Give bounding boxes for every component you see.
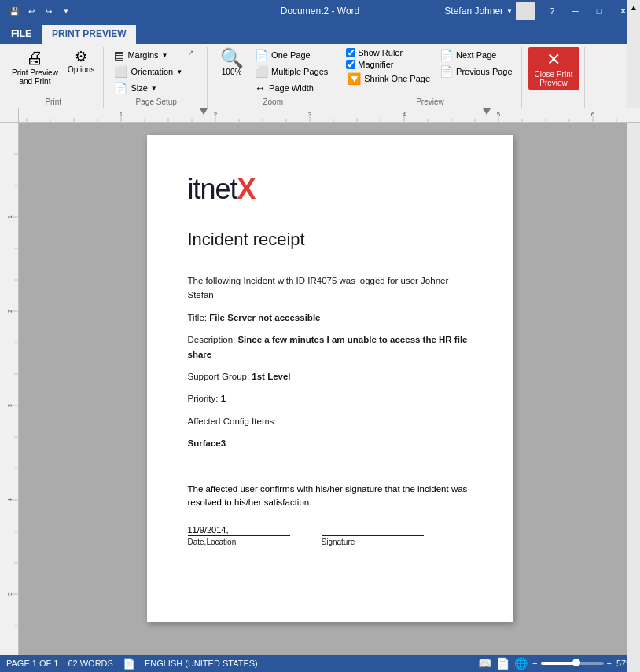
ribbon-group-zoom: 🔍 100% 📄 One Page ⬜ Multiple Pages ↔ Pag… — [209, 47, 337, 108]
svg-text:1: 1 — [7, 215, 13, 218]
magnifier-checkbox[interactable] — [346, 60, 355, 69]
svg-text:3: 3 — [308, 111, 312, 118]
horizontal-ruler: 1 2 3 4 5 6 — [19, 108, 640, 123]
svg-text:5: 5 — [7, 593, 13, 596]
next-page-button[interactable]: 📄 Next Page — [436, 47, 517, 63]
shrink-one-page-button[interactable]: 🔽 Shrink One Page — [344, 71, 434, 86]
pagesetup-expand[interactable]: ↗ — [188, 47, 202, 57]
signature-text: The affected user confirms with his/her … — [188, 483, 472, 510]
status-left: PAGE 1 OF 1 62 WORDS 📄 ENGLISH (UNITED S… — [6, 658, 258, 670]
title-label: Title: — [188, 313, 210, 322]
preview-group-label: Preview — [344, 97, 516, 106]
previous-page-button[interactable]: 📄 Previous Page — [436, 64, 517, 79]
show-ruler-checkbox[interactable] — [346, 48, 355, 57]
zoom-plus-button[interactable]: + — [607, 659, 612, 668]
close-print-preview-button[interactable]: ✕ Close Print Preview — [528, 47, 579, 90]
title-bar-controls: ? ─ □ ✕ — [541, 3, 634, 19]
print-preview-button[interactable]: 🖨 Print Preview and Print — [8, 47, 62, 88]
document-page: itnetX Incident receipt The following In… — [147, 135, 513, 622]
orientation-dropdown-icon: ▼ — [176, 68, 182, 75]
margins-button[interactable]: ▤ Margins ▼ — [110, 47, 186, 63]
priority-value: 1 — [221, 394, 226, 403]
quick-access: 💾 ↩ ↪ ▼ — [6, 3, 74, 19]
zoom-group-content: 🔍 100% 📄 One Page ⬜ Multiple Pages ↔ Pag… — [214, 47, 332, 96]
vertical-ruler: 1 2 3 4 5 — [0, 123, 19, 655]
multiple-pages-icon: ⬜ — [255, 65, 268, 78]
signature-lines: 11/9/2014, Date,Location Signature — [188, 525, 472, 546]
size-button[interactable]: 📄 Size ▼ — [110, 80, 186, 96]
ribbon-group-close: ✕ Close Print Preview Close — [524, 47, 585, 108]
tab-file[interactable]: FILE — [0, 24, 42, 44]
description-label: Description: — [188, 335, 238, 344]
redo-icon[interactable]: ↪ — [41, 3, 57, 19]
user-avatar — [516, 2, 535, 20]
username-label: Stefan Johner — [444, 6, 503, 17]
ribbon-group-print: 🖨 Print Preview and Print ⚙ Options Prin… — [3, 47, 104, 108]
print-group-content: 🖨 Print Preview and Print ⚙ Options — [8, 47, 98, 96]
read-mode-icon[interactable]: 📖 — [478, 657, 491, 670]
magnifier-item[interactable]: Magnifier — [344, 59, 434, 70]
one-page-icon: 📄 — [255, 49, 268, 61]
page-width-button[interactable]: ↔ Page Width — [251, 80, 332, 96]
document-body: The following Incident with ID IR4075 wa… — [188, 274, 472, 451]
logo-x: X — [237, 173, 256, 205]
ruler-h-svg: 1 2 3 4 5 6 — [19, 108, 640, 123]
multiple-pages-button[interactable]: ⬜ Multiple Pages — [251, 64, 332, 79]
status-bar: PAGE 1 OF 1 62 WORDS 📄 ENGLISH (UNITED S… — [0, 655, 640, 672]
title-bar-left: 💾 ↩ ↪ ▼ — [6, 3, 74, 19]
title-bar-right: Stefan Johner ▼ ? ─ □ ✕ — [444, 2, 634, 20]
orientation-button[interactable]: ⬜ Orientation ▼ — [110, 64, 186, 79]
status-right: 📖 📄 🌐 − + 57% — [478, 657, 634, 670]
scroll-area[interactable]: itnetX Incident receipt The following In… — [19, 123, 640, 655]
affected-config-row: Affected Config Items: — [188, 414, 472, 428]
ribbon-collapse-button[interactable]: ▲ — [627, 0, 640, 672]
undo-icon[interactable]: ↩ — [24, 3, 39, 19]
svg-text:4: 4 — [403, 111, 406, 118]
svg-rect-33 — [0, 123, 19, 655]
svg-text:6: 6 — [591, 111, 595, 118]
previous-page-icon: 📄 — [440, 65, 453, 78]
show-ruler-item[interactable]: Show Ruler — [344, 47, 434, 58]
zoom-icon: 🔍 — [220, 49, 244, 68]
pagesetup-group-content: ▤ Margins ▼ ⬜ Orientation ▼ 📄 Size ▼ ↗ — [110, 47, 202, 96]
tab-print-preview[interactable]: PRINT PREVIEW — [42, 25, 136, 44]
signature-group: Signature — [322, 525, 424, 546]
pagesetup-group-label: Page Setup — [110, 97, 202, 106]
config-item-value: Surface3 — [188, 436, 472, 450]
one-page-button[interactable]: 📄 One Page — [251, 47, 332, 63]
svg-text:2: 2 — [214, 111, 218, 118]
status-doc-icon[interactable]: 📄 — [123, 658, 135, 670]
ruler-v-svg: 1 2 3 4 5 — [0, 123, 19, 655]
zoom-options: 📄 One Page ⬜ Multiple Pages ↔ Page Width — [251, 47, 332, 96]
preview-group-content: Show Ruler Magnifier 🔽 Shrink One Page 📄… — [344, 47, 516, 96]
ribbon-group-preview: Show Ruler Magnifier 🔽 Shrink One Page 📄… — [339, 47, 521, 108]
ribbon: 🖨 Print Preview and Print ⚙ Options Prin… — [0, 44, 640, 108]
company-logo: itnetX — [188, 173, 472, 206]
options-button[interactable]: ⚙ Options — [64, 47, 98, 76]
zoom-slider-container[interactable]: − + — [532, 659, 612, 668]
save-icon[interactable]: 💾 — [6, 3, 22, 19]
svg-text:2: 2 — [7, 310, 13, 313]
zoom-minus-button[interactable]: − — [532, 659, 537, 668]
print-layout-icon[interactable]: 📄 — [496, 657, 509, 670]
config-item-name: Surface3 — [188, 439, 226, 448]
page-width-icon: ↔ — [255, 82, 266, 94]
customize-quick-access-icon[interactable]: ▼ — [58, 3, 74, 19]
options-icon: ⚙ — [75, 50, 87, 64]
language-label: ENGLISH (UNITED STATES) — [145, 659, 258, 668]
zoom-group-label: Zoom — [214, 97, 332, 106]
zoom-slider[interactable] — [541, 662, 604, 665]
web-layout-icon[interactable]: 🌐 — [514, 657, 528, 670]
user-area[interactable]: Stefan Johner ▼ — [444, 2, 535, 20]
user-dropdown-icon[interactable]: ▼ — [506, 8, 513, 15]
zoom-button[interactable]: 🔍 100% — [214, 47, 249, 78]
restore-button[interactable]: □ — [588, 3, 610, 19]
support-group-value: 1st Level — [252, 372, 290, 381]
page-info: PAGE 1 OF 1 — [6, 659, 58, 668]
ruler-container: 1 2 3 4 5 6 — [0, 108, 640, 123]
svg-text:3: 3 — [7, 404, 13, 407]
next-page-icon: 📄 — [440, 49, 453, 61]
main-area: 1 2 3 4 5 itnetX Incident receipt The fo… — [0, 123, 640, 655]
minimize-button[interactable]: ─ — [565, 3, 587, 19]
help-button[interactable]: ? — [541, 3, 563, 19]
